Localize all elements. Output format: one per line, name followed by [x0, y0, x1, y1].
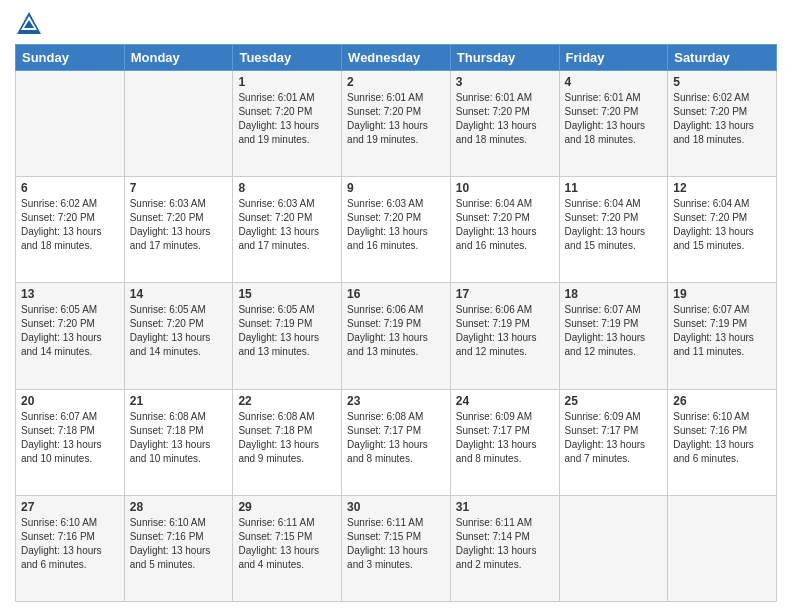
day-number-22: 22 [238, 394, 336, 408]
day-cell-31: 31Sunrise: 6:11 AM Sunset: 7:14 PM Dayli… [450, 495, 559, 601]
day-info-4: Sunrise: 6:01 AM Sunset: 7:20 PM Dayligh… [565, 91, 663, 147]
day-info-28: Sunrise: 6:10 AM Sunset: 7:16 PM Dayligh… [130, 516, 228, 572]
day-number-21: 21 [130, 394, 228, 408]
day-number-31: 31 [456, 500, 554, 514]
day-cell-19: 19Sunrise: 6:07 AM Sunset: 7:19 PM Dayli… [668, 283, 777, 389]
day-info-15: Sunrise: 6:05 AM Sunset: 7:19 PM Dayligh… [238, 303, 336, 359]
day-cell-9: 9Sunrise: 6:03 AM Sunset: 7:20 PM Daylig… [342, 177, 451, 283]
day-cell-22: 22Sunrise: 6:08 AM Sunset: 7:18 PM Dayli… [233, 389, 342, 495]
day-cell-12: 12Sunrise: 6:04 AM Sunset: 7:20 PM Dayli… [668, 177, 777, 283]
day-number-17: 17 [456, 287, 554, 301]
day-cell-2: 2Sunrise: 6:01 AM Sunset: 7:20 PM Daylig… [342, 71, 451, 177]
day-info-9: Sunrise: 6:03 AM Sunset: 7:20 PM Dayligh… [347, 197, 445, 253]
logo-icon [15, 10, 43, 38]
day-info-25: Sunrise: 6:09 AM Sunset: 7:17 PM Dayligh… [565, 410, 663, 466]
day-cell-25: 25Sunrise: 6:09 AM Sunset: 7:17 PM Dayli… [559, 389, 668, 495]
calendar-table: SundayMondayTuesdayWednesdayThursdayFrid… [15, 44, 777, 602]
day-info-20: Sunrise: 6:07 AM Sunset: 7:18 PM Dayligh… [21, 410, 119, 466]
day-number-16: 16 [347, 287, 445, 301]
day-cell-6: 6Sunrise: 6:02 AM Sunset: 7:20 PM Daylig… [16, 177, 125, 283]
day-info-23: Sunrise: 6:08 AM Sunset: 7:17 PM Dayligh… [347, 410, 445, 466]
day-cell-10: 10Sunrise: 6:04 AM Sunset: 7:20 PM Dayli… [450, 177, 559, 283]
day-info-27: Sunrise: 6:10 AM Sunset: 7:16 PM Dayligh… [21, 516, 119, 572]
day-cell-27: 27Sunrise: 6:10 AM Sunset: 7:16 PM Dayli… [16, 495, 125, 601]
day-number-1: 1 [238, 75, 336, 89]
logo [15, 10, 45, 38]
day-info-10: Sunrise: 6:04 AM Sunset: 7:20 PM Dayligh… [456, 197, 554, 253]
day-cell-28: 28Sunrise: 6:10 AM Sunset: 7:16 PM Dayli… [124, 495, 233, 601]
day-info-29: Sunrise: 6:11 AM Sunset: 7:15 PM Dayligh… [238, 516, 336, 572]
day-number-5: 5 [673, 75, 771, 89]
day-header-wednesday: Wednesday [342, 45, 451, 71]
day-info-17: Sunrise: 6:06 AM Sunset: 7:19 PM Dayligh… [456, 303, 554, 359]
day-cell-1: 1Sunrise: 6:01 AM Sunset: 7:20 PM Daylig… [233, 71, 342, 177]
days-of-week-row: SundayMondayTuesdayWednesdayThursdayFrid… [16, 45, 777, 71]
day-info-30: Sunrise: 6:11 AM Sunset: 7:15 PM Dayligh… [347, 516, 445, 572]
day-cell-26: 26Sunrise: 6:10 AM Sunset: 7:16 PM Dayli… [668, 389, 777, 495]
empty-cell [16, 71, 125, 177]
day-number-8: 8 [238, 181, 336, 195]
day-cell-4: 4Sunrise: 6:01 AM Sunset: 7:20 PM Daylig… [559, 71, 668, 177]
day-number-13: 13 [21, 287, 119, 301]
day-number-18: 18 [565, 287, 663, 301]
day-cell-3: 3Sunrise: 6:01 AM Sunset: 7:20 PM Daylig… [450, 71, 559, 177]
day-number-28: 28 [130, 500, 228, 514]
day-cell-8: 8Sunrise: 6:03 AM Sunset: 7:20 PM Daylig… [233, 177, 342, 283]
empty-cell [559, 495, 668, 601]
day-header-monday: Monday [124, 45, 233, 71]
day-info-22: Sunrise: 6:08 AM Sunset: 7:18 PM Dayligh… [238, 410, 336, 466]
day-number-23: 23 [347, 394, 445, 408]
day-number-20: 20 [21, 394, 119, 408]
week-row-1: 6Sunrise: 6:02 AM Sunset: 7:20 PM Daylig… [16, 177, 777, 283]
day-number-25: 25 [565, 394, 663, 408]
day-number-15: 15 [238, 287, 336, 301]
day-cell-11: 11Sunrise: 6:04 AM Sunset: 7:20 PM Dayli… [559, 177, 668, 283]
day-info-21: Sunrise: 6:08 AM Sunset: 7:18 PM Dayligh… [130, 410, 228, 466]
day-number-11: 11 [565, 181, 663, 195]
day-info-13: Sunrise: 6:05 AM Sunset: 7:20 PM Dayligh… [21, 303, 119, 359]
day-number-2: 2 [347, 75, 445, 89]
day-info-8: Sunrise: 6:03 AM Sunset: 7:20 PM Dayligh… [238, 197, 336, 253]
day-header-saturday: Saturday [668, 45, 777, 71]
day-number-12: 12 [673, 181, 771, 195]
day-cell-18: 18Sunrise: 6:07 AM Sunset: 7:19 PM Dayli… [559, 283, 668, 389]
day-number-29: 29 [238, 500, 336, 514]
day-info-31: Sunrise: 6:11 AM Sunset: 7:14 PM Dayligh… [456, 516, 554, 572]
day-number-10: 10 [456, 181, 554, 195]
day-info-3: Sunrise: 6:01 AM Sunset: 7:20 PM Dayligh… [456, 91, 554, 147]
week-row-4: 27Sunrise: 6:10 AM Sunset: 7:16 PM Dayli… [16, 495, 777, 601]
calendar-body: 1Sunrise: 6:01 AM Sunset: 7:20 PM Daylig… [16, 71, 777, 602]
day-number-19: 19 [673, 287, 771, 301]
empty-cell [124, 71, 233, 177]
day-number-7: 7 [130, 181, 228, 195]
day-info-16: Sunrise: 6:06 AM Sunset: 7:19 PM Dayligh… [347, 303, 445, 359]
day-number-9: 9 [347, 181, 445, 195]
day-cell-7: 7Sunrise: 6:03 AM Sunset: 7:20 PM Daylig… [124, 177, 233, 283]
page: SundayMondayTuesdayWednesdayThursdayFrid… [0, 0, 792, 612]
day-number-3: 3 [456, 75, 554, 89]
day-number-26: 26 [673, 394, 771, 408]
week-row-0: 1Sunrise: 6:01 AM Sunset: 7:20 PM Daylig… [16, 71, 777, 177]
day-cell-17: 17Sunrise: 6:06 AM Sunset: 7:19 PM Dayli… [450, 283, 559, 389]
day-cell-24: 24Sunrise: 6:09 AM Sunset: 7:17 PM Dayli… [450, 389, 559, 495]
day-info-19: Sunrise: 6:07 AM Sunset: 7:19 PM Dayligh… [673, 303, 771, 359]
day-info-11: Sunrise: 6:04 AM Sunset: 7:20 PM Dayligh… [565, 197, 663, 253]
day-cell-5: 5Sunrise: 6:02 AM Sunset: 7:20 PM Daylig… [668, 71, 777, 177]
day-info-6: Sunrise: 6:02 AM Sunset: 7:20 PM Dayligh… [21, 197, 119, 253]
day-info-2: Sunrise: 6:01 AM Sunset: 7:20 PM Dayligh… [347, 91, 445, 147]
day-number-27: 27 [21, 500, 119, 514]
day-info-12: Sunrise: 6:04 AM Sunset: 7:20 PM Dayligh… [673, 197, 771, 253]
day-number-6: 6 [21, 181, 119, 195]
day-cell-16: 16Sunrise: 6:06 AM Sunset: 7:19 PM Dayli… [342, 283, 451, 389]
empty-cell [668, 495, 777, 601]
day-header-friday: Friday [559, 45, 668, 71]
day-number-4: 4 [565, 75, 663, 89]
day-info-7: Sunrise: 6:03 AM Sunset: 7:20 PM Dayligh… [130, 197, 228, 253]
day-info-26: Sunrise: 6:10 AM Sunset: 7:16 PM Dayligh… [673, 410, 771, 466]
day-number-24: 24 [456, 394, 554, 408]
calendar-header: SundayMondayTuesdayWednesdayThursdayFrid… [16, 45, 777, 71]
day-info-14: Sunrise: 6:05 AM Sunset: 7:20 PM Dayligh… [130, 303, 228, 359]
day-cell-14: 14Sunrise: 6:05 AM Sunset: 7:20 PM Dayli… [124, 283, 233, 389]
day-info-5: Sunrise: 6:02 AM Sunset: 7:20 PM Dayligh… [673, 91, 771, 147]
day-info-24: Sunrise: 6:09 AM Sunset: 7:17 PM Dayligh… [456, 410, 554, 466]
